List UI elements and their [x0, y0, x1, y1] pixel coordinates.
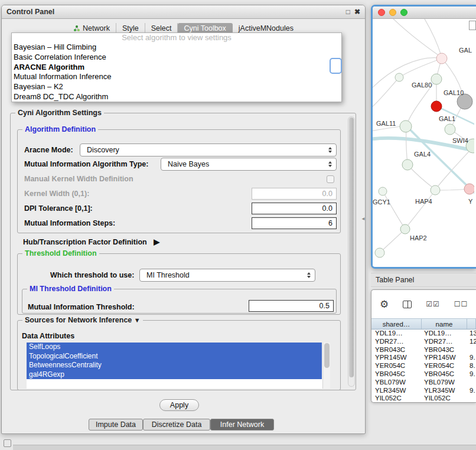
birdseye-navigator-box[interactable]	[469, 21, 476, 30]
which-threshold-combobox[interactable]: MI Threshold	[139, 269, 315, 282]
which-threshold-label: Which threshold to use:	[50, 271, 134, 279]
minimize-traffic-light-icon[interactable]	[389, 9, 396, 16]
table-row[interactable]: YDR27…YDR27…12	[371, 338, 476, 346]
expander-down-arrow-icon[interactable]: ▼	[134, 317, 141, 324]
table-row[interactable]: YBL079WYBL079W	[371, 379, 476, 387]
threshold-definition-legend: Threshold Definition	[22, 249, 99, 257]
table-toolbar: ⚙ ☑☑ ☐☐	[371, 290, 476, 318]
attribute-item-selected[interactable]: TopologicalCoefficient	[27, 352, 322, 361]
table-row[interactable]: YIL052CYIL052C	[371, 394, 476, 403]
mi-type-combobox[interactable]: Naive Bayes	[161, 158, 337, 171]
settings-scrollbar-thumb[interactable]	[349, 118, 354, 377]
mi-threshold-field[interactable]	[249, 300, 334, 312]
attribute-item-selected[interactable]: SelfLoops	[27, 343, 322, 352]
network-node-label: GAL	[459, 47, 472, 54]
network-node-label: GAL1	[439, 115, 455, 122]
attribute-list-scrollbar-thumb[interactable]	[324, 343, 330, 368]
aracne-mode-combobox[interactable]: Discovery	[80, 144, 337, 156]
mi-steps-field[interactable]	[252, 217, 337, 229]
kernel-width-field[interactable]	[252, 188, 337, 200]
table-row[interactable]: YPR145WYPR145W9.	[371, 354, 476, 362]
network-node-label: SWI4	[452, 137, 468, 144]
table-row[interactable]: YBR045CYBR045C9.	[371, 370, 476, 379]
mi-threshold-label: Mutual Information Threshold:	[28, 303, 135, 311]
network-node-label: GAL4	[414, 151, 431, 158]
tab-style-label: Style	[122, 24, 139, 32]
network-node-label: GCY1	[373, 198, 390, 206]
expander-right-arrow-icon[interactable]: ▶	[154, 237, 159, 246]
attribute-list-scrollbar[interactable]	[322, 343, 330, 389]
control-panel-window: Control Panel □ ✖ Network Style Select C…	[1, 5, 366, 434]
tab-jactivemnodules-label: jActiveMNodules	[239, 24, 294, 32]
algorithm-dropdown-popup: Select algorithm to view settings Bayesi…	[11, 32, 342, 102]
combo-arrows-icon	[328, 147, 332, 153]
columns-icon[interactable]	[403, 301, 412, 308]
network-node[interactable]	[379, 187, 387, 195]
network-node[interactable]	[395, 73, 403, 81]
settings-scrollbar[interactable]	[348, 116, 355, 387]
network-node-highlighted[interactable]	[431, 101, 442, 112]
close-icon[interactable]: ✖	[354, 8, 360, 16]
dropdown-item[interactable]: Mutual Information Inference	[12, 72, 341, 82]
dpi-tolerance-field[interactable]	[252, 203, 337, 214]
network-node[interactable]	[436, 53, 447, 64]
dropdown-item-selected[interactable]: ARACNE Algorithm	[12, 63, 341, 73]
dropdown-item[interactable]: Dream8 DC_TDC Algorithm	[12, 92, 341, 102]
network-node[interactable]	[445, 124, 455, 135]
deselect-all-checkboxes-icon[interactable]: ☐☐	[454, 300, 468, 308]
combo-arrows-icon	[328, 161, 332, 167]
column-header-clipped[interactable]	[467, 319, 476, 329]
network-node-label: HAP4	[415, 198, 432, 205]
column-header-shared-name[interactable]: shared…	[371, 319, 422, 329]
control-panel-titlebar[interactable]: Control Panel □ ✖	[2, 5, 365, 19]
table-row[interactable]: YDL19…YDL19…13	[371, 330, 476, 338]
hub-definition-expander[interactable]: Hub/Transcription Factor Definition ▶	[23, 237, 159, 246]
dropdown-item[interactable]: Bayesian – Hill Climbing	[12, 43, 341, 53]
table-header-row: shared… name	[371, 318, 476, 330]
docked-panel-square[interactable]	[4, 439, 11, 447]
network-node[interactable]	[431, 74, 442, 84]
table-panel-header: Table Panel	[371, 273, 476, 287]
table-row[interactable]: YBR043CYBR043C	[371, 346, 476, 354]
combo-arrows-icon	[307, 272, 311, 278]
network-canvas[interactable]: GAL GAL80 GAL10 GAL11 GAL1 SWI4 GAL4 GCY…	[373, 19, 476, 266]
table-row[interactable]: YLR345WYLR345W9.	[371, 387, 476, 395]
tab-impute-data[interactable]: Impute Data	[89, 419, 143, 431]
algorithm-definition-legend: Algorithm Definition	[22, 125, 98, 133]
dropdown-placeholder-item[interactable]: Select algorithm to view settings	[12, 33, 341, 43]
bottom-panel-strip	[13, 445, 476, 450]
mi-type-label: Mutual Information Algorithm Type:	[24, 160, 148, 168]
network-node[interactable]	[375, 248, 384, 257]
apply-button[interactable]: Apply	[159, 399, 199, 411]
data-attributes-label: Data Attributes	[22, 332, 74, 340]
attribute-item-selected[interactable]: gal4RGexp	[27, 370, 322, 380]
tab-network-label: Network	[83, 24, 110, 32]
select-all-checkboxes-icon[interactable]: ☑☑	[426, 300, 440, 308]
network-node[interactable]	[464, 184, 474, 194]
gear-icon[interactable]: ⚙	[380, 298, 389, 311]
sources-legend[interactable]: Sources for Network Inference ▼	[22, 316, 143, 324]
dropdown-item[interactable]: Basic Correlation Inference	[12, 53, 341, 63]
manual-kernel-label: Manual Kernel Width Definition	[24, 175, 133, 183]
network-node[interactable]	[402, 159, 413, 170]
network-node[interactable]	[400, 224, 410, 234]
column-header-name[interactable]: name	[422, 319, 467, 329]
network-graph[interactable]: GAL GAL80 GAL10 GAL11 GAL1 SWI4 GAL4 GCY…	[373, 19, 474, 267]
splitter-collapse-icon[interactable]: ◄	[361, 216, 366, 221]
network-node[interactable]	[400, 120, 412, 132]
manual-kernel-checkbox[interactable]	[327, 175, 334, 183]
float-window-icon[interactable]: □	[346, 8, 350, 16]
close-traffic-light-icon[interactable]	[378, 9, 385, 16]
network-node-label: GAL10	[444, 89, 464, 96]
network-window-titlebar[interactable]	[373, 6, 476, 19]
tab-discretize-data[interactable]: Discretize Data	[143, 419, 210, 431]
network-node[interactable]	[431, 185, 440, 195]
zoom-traffic-light-icon[interactable]	[400, 9, 407, 16]
dropdown-item[interactable]: Bayesian – K2	[12, 82, 341, 92]
attribute-item-selected[interactable]: BetweennessCentrality	[27, 361, 322, 370]
table-row[interactable]: YER054CYER054C8.	[371, 362, 476, 370]
mi-steps-label: Mutual Information Steps:	[24, 219, 115, 227]
tab-infer-network[interactable]: Infer Network	[210, 419, 274, 431]
data-attributes-list[interactable]: SelfLoops TopologicalCoefficient Between…	[27, 343, 330, 389]
algorithm-combobox-focus-fragment[interactable]	[330, 58, 342, 74]
